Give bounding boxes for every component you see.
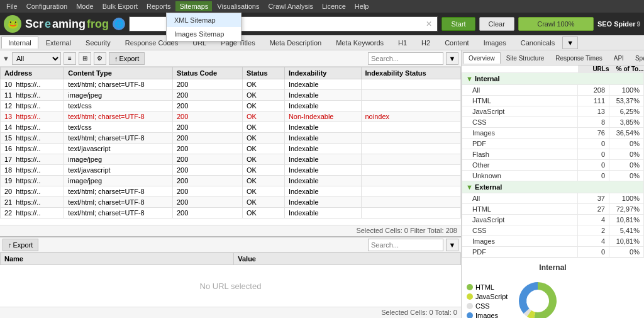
menu-visualisations[interactable]: Visualisations [213,1,263,11]
menu-help[interactable]: Help [351,1,373,11]
header-bar: 🐸 Scr e aming frog 🌐 ✕ Start Clear Crawl… [0,13,644,35]
right-tab-api[interactable]: API [608,52,630,64]
cell-indexability: Indexable [284,197,361,208]
table-row[interactable]: 19 https://.. image/jpeg 200 OK Indexabl… [1,176,461,186]
right-table-row[interactable]: CSS25,41% [462,225,644,236]
tab-meta-keywords[interactable]: Meta Keywords [329,37,391,48]
legend-dot [467,303,473,309]
donut-chart [513,276,563,318]
right-label: Other [462,160,578,171]
menu-bulk-export[interactable]: Bulk Export [99,1,142,11]
table-row[interactable]: 17 https://.. image/jpeg 200 OK Indexabl… [1,154,461,165]
cell-address: 21 https://.. [1,197,64,208]
menu-mode[interactable]: Mode [72,1,97,11]
right-table-row[interactable]: HTML2772,97% [462,204,644,215]
cell-status-code: 200 [172,101,242,111]
menu-reports[interactable]: Reports [143,1,175,11]
cell-status: OK [242,90,284,101]
clear-button[interactable]: Clear [479,17,514,31]
cell-address: 20 https://.. [1,186,64,197]
grid-view-btn[interactable]: ⊞ [79,52,91,65]
filter-select[interactable]: All HTML JavaScript CSS Images PDF [12,52,61,65]
bottom-export-button[interactable]: ↑ Export [3,239,38,251]
tab-images[interactable]: Images [477,37,513,48]
list-view-btn[interactable]: ≡ [64,52,76,65]
table-row[interactable]: 21 https://.. text/html; charset=UTF-8 2… [1,197,461,208]
overview-table: URLs % of To... ▼ InternalAll208100%HTML… [462,65,644,258]
table-row[interactable]: 18 https://.. text/javascript 200 OK Ind… [1,165,461,176]
cell-indexability-status [361,154,461,165]
search-input[interactable] [368,52,443,65]
right-table-row[interactable]: PDF00% [462,247,644,258]
right-table-row[interactable]: PDF00% [462,139,644,149]
tab-h1[interactable]: H1 [391,37,414,48]
right-table-row[interactable]: JavaScript410,81% [462,215,644,225]
cell-content-type: text/html; charset=UTF-8 [64,208,173,219]
tab-h2[interactable]: H2 [414,37,437,48]
right-table-row[interactable]: JavaScript136,25% [462,106,644,117]
globe-icon: 🌐 [113,18,125,30]
sitemaps-images[interactable]: Images Sitemap [167,27,241,41]
right-label: Images [462,128,578,139]
table-row[interactable]: 11 https://.. image/jpeg 200 OK Indexabl… [1,90,461,101]
table-row[interactable]: 22 https://.. text/html; charset=UTF-8 2… [1,208,461,219]
right-tab-overview[interactable]: Overview [463,52,501,64]
sitemaps-dropdown: XML Sitemap Images Sitemap [166,13,242,42]
right-tab-site-structure[interactable]: Site Structure [501,52,550,64]
right-table-row[interactable]: Flash00% [462,149,644,160]
cell-content-type: image/jpeg [64,176,173,186]
right-table-row[interactable]: Unknown00% [462,171,644,181]
url-clear-btn[interactable]: ✕ [423,20,435,28]
menu-configuration[interactable]: Configuration [23,1,71,11]
cell-status-code: 200 [172,122,242,133]
logo-frog: frog [87,18,109,31]
table-row[interactable]: 12 https://.. text/css 200 OK Indexable [1,101,461,111]
table-row[interactable]: 16 https://.. text/javascript 200 OK Ind… [1,144,461,154]
table-row[interactable]: 20 https://.. text/html; charset=UTF-8 2… [1,186,461,197]
settings-btn[interactable]: ⚙ [94,52,106,65]
tab-internal[interactable]: Internal [1,37,38,48]
bottom-search-input[interactable] [368,239,443,251]
search-dropdown-btn[interactable]: ▼ [446,52,458,65]
tabs-more-dropdown[interactable]: ▼ [562,37,578,49]
table-row[interactable]: 14 https://.. text/css 200 OK Indexable [1,122,461,133]
right-tab-spelling[interactable]: Spelling [630,52,644,64]
cell-indexability-status [361,79,461,90]
cell-status: OK [242,176,284,186]
table-row[interactable]: 15 https://.. text/html; charset=UTF-8 2… [1,133,461,144]
table-row[interactable]: 13 https://.. text/html; charset=UTF-8 2… [1,111,461,122]
tab-security[interactable]: Security [79,37,118,48]
right-table-row[interactable]: All37100% [462,193,644,204]
right-urls: 208 [578,85,609,96]
menu-licence[interactable]: Licence [318,1,350,11]
cell-status-code: 200 [172,186,242,197]
tab-content[interactable]: Content [438,37,476,48]
right-label: Unknown [462,171,578,181]
right-table-row[interactable]: Images7636,54% [462,128,644,139]
tab-meta-description[interactable]: Meta Description [263,37,329,48]
right-table-row[interactable]: HTML11153,37% [462,96,644,106]
start-button[interactable]: Start [441,17,475,31]
right-table-row[interactable]: All208100% [462,85,644,96]
right-label: JavaScript [462,106,578,117]
table-row[interactable]: 10 https://.. text/html; charset=UTF-8 2… [1,79,461,90]
right-table-row[interactable]: Images410,81% [462,236,644,247]
tab-external[interactable]: External [39,37,78,48]
status-bar: Selected Cells: 0 Filter Total: 208 [0,225,461,236]
tab-canonicals[interactable]: Canonicals [514,37,562,48]
menu-crawl-analysis[interactable]: Crawl Analysis [264,1,317,11]
menu-sitemaps[interactable]: Sitemaps [175,1,212,11]
right-table-row[interactable]: CSS83,85% [462,117,644,128]
right-urls: 0 [578,160,609,171]
right-urls: 37 [578,193,609,204]
menu-bar: File Configuration Mode Bulk Export Repo… [0,0,644,13]
bottom-search-dropdown[interactable]: ▼ [446,239,458,251]
col-status: Status [242,67,284,79]
sitemaps-xml[interactable]: XML Sitemap [167,13,241,27]
right-tab-response-times[interactable]: Response Times [550,52,608,64]
right-table-row[interactable]: Other00% [462,160,644,171]
cell-indexability: Indexable [284,90,361,101]
menu-file[interactable]: File [3,1,21,11]
right-label: Flash [462,149,578,160]
export-button[interactable]: ↑ Export [109,52,145,65]
